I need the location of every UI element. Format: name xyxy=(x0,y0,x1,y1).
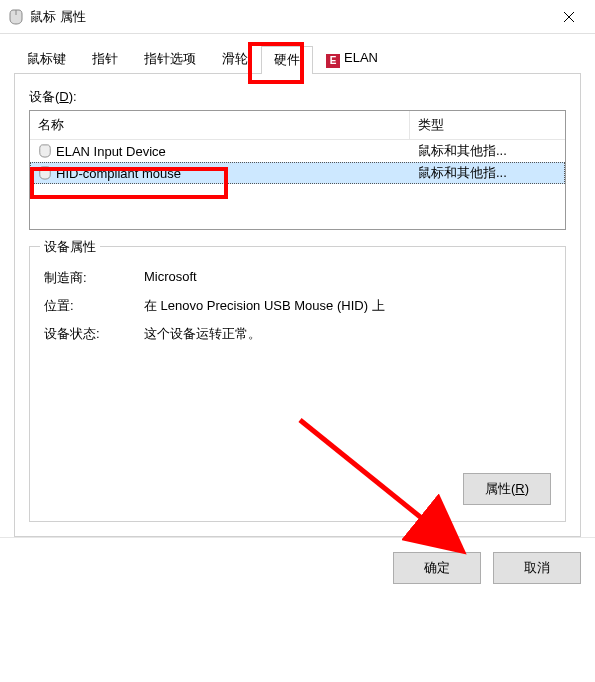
manufacturer-label: 制造商: xyxy=(44,269,144,287)
tab-wheel[interactable]: 滑轮 xyxy=(209,45,261,73)
tab-mouse-keys[interactable]: 鼠标键 xyxy=(14,45,79,73)
status-value: 这个设备运转正常。 xyxy=(144,325,551,343)
tab-hardware[interactable]: 硬件 xyxy=(261,46,313,74)
device-type: 鼠标和其他指... xyxy=(410,141,565,161)
tab-pointer-options[interactable]: 指针选项 xyxy=(131,45,209,73)
window-title: 鼠标 属性 xyxy=(30,8,547,26)
table-row[interactable]: HID-compliant mouse 鼠标和其他指... xyxy=(30,162,565,184)
properties-button[interactable]: 属性(R) xyxy=(463,473,551,505)
column-name[interactable]: 名称 xyxy=(30,111,410,139)
device-name: HID-compliant mouse xyxy=(56,166,181,181)
device-properties-legend: 设备属性 xyxy=(40,238,100,256)
mouse-app-icon xyxy=(8,9,24,25)
location-value: 在 Lenovo Precision USB Mouse (HID) 上 xyxy=(144,297,551,315)
close-icon xyxy=(564,12,574,22)
elan-icon: E xyxy=(326,54,340,68)
ok-button[interactable]: 确定 xyxy=(393,552,481,584)
tab-pointer[interactable]: 指针 xyxy=(79,45,131,73)
tab-strip: 鼠标键 指针 指针选项 滑轮 硬件 EELAN xyxy=(14,46,581,74)
devices-label: 设备(D): xyxy=(29,88,566,106)
location-label: 位置: xyxy=(44,297,144,315)
device-name: ELAN Input Device xyxy=(56,144,166,159)
mouse-icon xyxy=(38,144,52,158)
cancel-button[interactable]: 取消 xyxy=(493,552,581,584)
tab-elan[interactable]: EELAN xyxy=(313,45,391,73)
device-properties-group: 设备属性 制造商: Microsoft 位置: 在 Lenovo Precisi… xyxy=(29,246,566,522)
mouse-icon xyxy=(38,166,52,180)
column-type[interactable]: 类型 xyxy=(410,111,565,139)
close-button[interactable] xyxy=(547,2,591,32)
titlebar: 鼠标 属性 xyxy=(0,0,595,34)
dialog-footer: 确定 取消 xyxy=(0,537,595,598)
status-label: 设备状态: xyxy=(44,325,144,343)
device-type: 鼠标和其他指... xyxy=(410,163,565,183)
tab-panel-hardware: 设备(D): 名称 类型 ELAN Input Device 鼠标和其他指... xyxy=(14,74,581,537)
table-row[interactable]: ELAN Input Device 鼠标和其他指... xyxy=(30,140,565,162)
manufacturer-value: Microsoft xyxy=(144,269,551,287)
devices-list[interactable]: 名称 类型 ELAN Input Device 鼠标和其他指... HID-c xyxy=(29,110,566,230)
list-header: 名称 类型 xyxy=(30,111,565,140)
